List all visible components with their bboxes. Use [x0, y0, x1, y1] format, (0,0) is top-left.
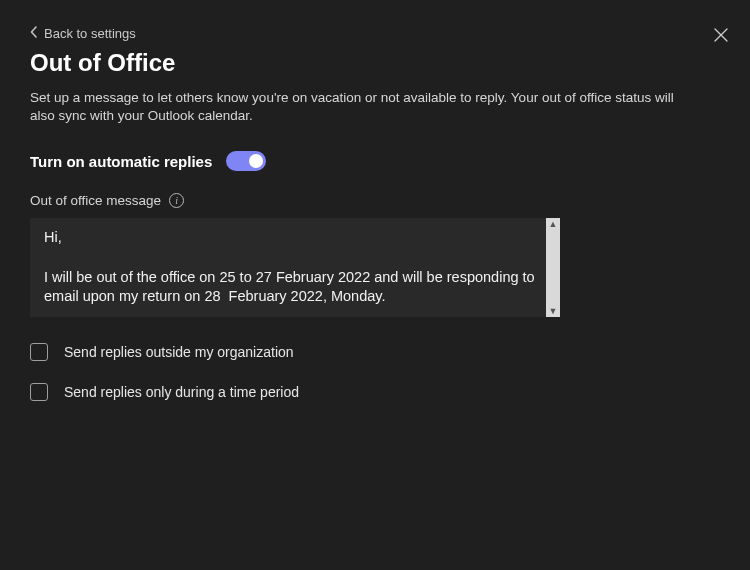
back-to-settings-link[interactable]: Back to settings — [30, 26, 136, 41]
message-editor-wrap: Hi, I will be out of the office on 25 to… — [30, 218, 560, 316]
time-period-row[interactable]: Send replies only during a time period — [30, 383, 720, 401]
time-period-label: Send replies only during a time period — [64, 384, 299, 400]
scroll-up-icon[interactable]: ▲ — [549, 218, 558, 230]
automatic-replies-toggle[interactable] — [226, 151, 266, 171]
scroll-down-icon[interactable]: ▼ — [549, 305, 558, 317]
out-of-office-panel: Back to settings Out of Office Set up a … — [0, 0, 750, 570]
automatic-replies-label: Turn on automatic replies — [30, 153, 212, 170]
time-period-checkbox[interactable] — [30, 383, 48, 401]
page-title: Out of Office — [30, 49, 720, 77]
send-outside-org-label: Send replies outside my organization — [64, 344, 294, 360]
chevron-left-icon — [30, 26, 38, 41]
editor-scrollbar[interactable]: ▲ ▼ — [546, 218, 560, 316]
page-description: Set up a message to let others know you'… — [30, 89, 690, 125]
info-icon[interactable]: i — [169, 193, 184, 208]
send-outside-org-checkbox[interactable] — [30, 343, 48, 361]
send-outside-org-row[interactable]: Send replies outside my organization — [30, 343, 720, 361]
automatic-replies-row: Turn on automatic replies — [30, 151, 720, 171]
message-editor[interactable]: Hi, I will be out of the office on 25 to… — [30, 218, 560, 316]
close-button[interactable] — [714, 28, 730, 44]
toggle-knob — [249, 154, 263, 168]
message-label-row: Out of office message i — [30, 193, 720, 208]
message-field-label: Out of office message — [30, 193, 161, 208]
close-icon — [714, 28, 728, 45]
back-link-label: Back to settings — [44, 26, 136, 41]
